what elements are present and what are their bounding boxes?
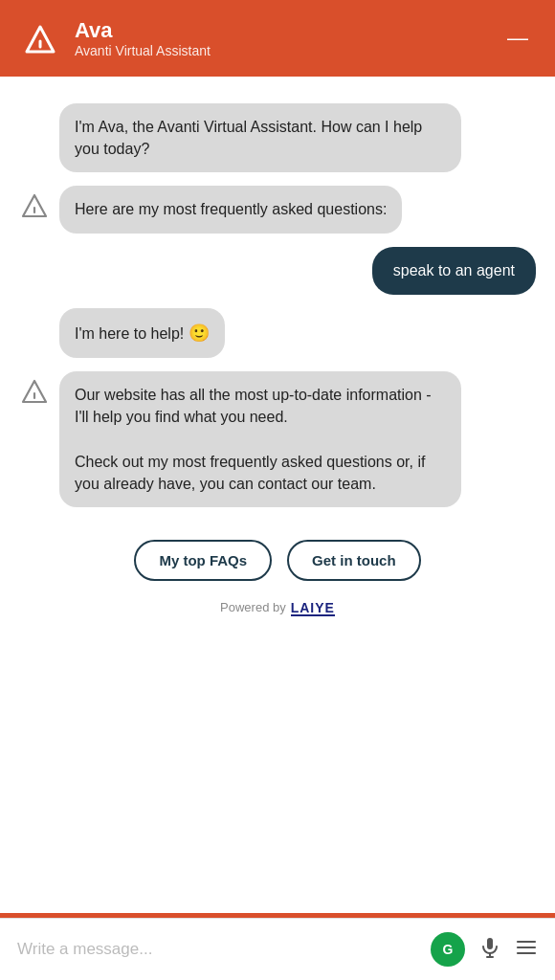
grammarly-button[interactable]: G [431, 932, 465, 967]
chat-header: Ava Avanti Virtual Assistant — [0, 0, 555, 77]
action-buttons-row: My top FAQs Get in touch [19, 540, 536, 581]
bot-message-text: Here are my most frequently asked questi… [75, 201, 387, 217]
bot-message-2: Here are my most frequently asked questi… [19, 186, 536, 233]
user-message-text: speak to an agent [393, 262, 515, 278]
bot-message-text: Our website has all the most up-to-date … [75, 387, 432, 492]
bot-message-4: Our website has all the most up-to-date … [19, 371, 536, 507]
user-bubble: speak to an agent [372, 247, 536, 295]
laiye-brand-text: LAIYE [291, 600, 335, 615]
bot-message-text: I'm Ava, the Avanti Virtual Assistant. H… [75, 119, 422, 157]
bot-bubble: I'm here to help! 🙂 [59, 308, 225, 358]
message-input[interactable] [17, 940, 417, 959]
svg-rect-6 [487, 938, 493, 949]
header-title: Ava [75, 18, 211, 43]
powered-by-text: Powered by [220, 600, 286, 614]
bot-avatar-icon [19, 189, 50, 220]
grammarly-icon: G [443, 942, 454, 957]
header-left: Ava Avanti Virtual Assistant [19, 17, 211, 59]
bot-bubble: Our website has all the most up-to-date … [59, 371, 461, 507]
header-subtitle: Avanti Virtual Assistant [75, 43, 211, 58]
my-top-faqs-button[interactable]: My top FAQs [134, 540, 272, 581]
ava-logo-icon [19, 17, 61, 59]
input-row: G [0, 918, 555, 980]
powered-by: Powered by LAIYE [19, 600, 536, 615]
user-message-1: speak to an agent [19, 247, 536, 295]
microphone-button[interactable] [478, 936, 501, 963]
bot-message-text: I'm here to help! 🙂 [75, 325, 210, 342]
bot-message-1: I'm Ava, the Avanti Virtual Assistant. H… [19, 103, 536, 172]
bot-message-3: I'm here to help! 🙂 [19, 308, 536, 358]
smiley-emoji: 🙂 [189, 323, 210, 343]
menu-button[interactable] [515, 936, 538, 963]
chat-area: I'm Ava, the Avanti Virtual Assistant. H… [0, 77, 555, 913]
bot-bubble: I'm Ava, the Avanti Virtual Assistant. H… [59, 103, 461, 172]
minimize-button[interactable]: — [500, 24, 536, 53]
laiye-brand: LAIYE [291, 600, 335, 615]
laiye-logo: LAIYE [291, 600, 335, 615]
bot-avatar-icon [19, 375, 50, 406]
get-in-touch-button[interactable]: Get in touch [287, 540, 421, 581]
bot-bubble: Here are my most frequently asked questi… [59, 186, 402, 233]
header-text: Ava Avanti Virtual Assistant [75, 18, 211, 58]
